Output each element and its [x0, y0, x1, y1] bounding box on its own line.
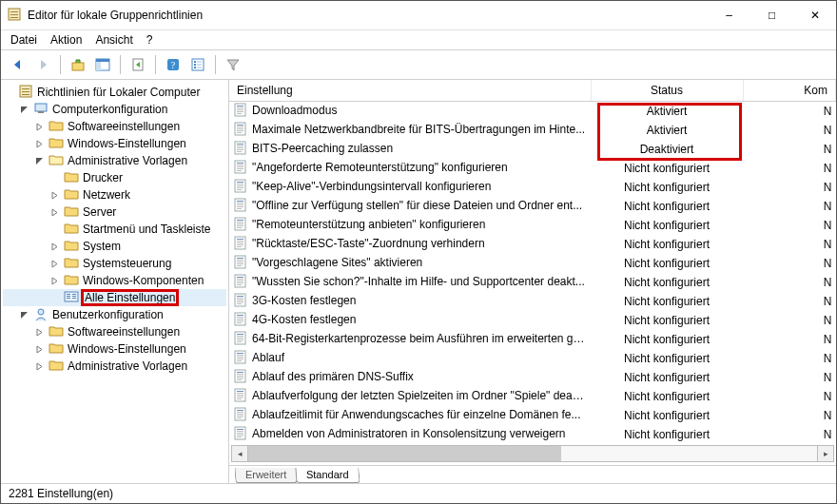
tree-win-components[interactable]: Windows-Komponenten [3, 272, 226, 289]
svg-rect-99 [237, 315, 243, 316]
column-header-status[interactable]: Status [591, 80, 743, 102]
menu-view[interactable]: Ansicht [95, 33, 132, 47]
tree-root-node-icon [18, 84, 33, 102]
list-row[interactable]: "Offline zur Verfügung stellen" für dies… [229, 197, 836, 216]
svg-rect-33 [237, 106, 243, 107]
tree-system[interactable]: System [3, 238, 226, 255]
forward-button[interactable] [31, 53, 54, 76]
list-row[interactable]: Abmelden von Administratoren in Konsolen… [229, 425, 836, 444]
list-row[interactable]: "Keep-Alive"-Verbindungsintervall konfig… [229, 178, 836, 197]
list-row[interactable]: 64-Bit-Registerkartenprozesse beim Ausfü… [229, 330, 836, 349]
tree-printers[interactable]: Drucker [3, 169, 226, 186]
list-row[interactable]: 4G-Kosten festlegenNicht konfiguriertN [229, 311, 836, 330]
help-button[interactable]: ? [162, 53, 185, 76]
tree-server[interactable]: Server [3, 204, 226, 221]
scroll-right-button[interactable]: ▸ [817, 445, 834, 462]
setting-name: BITS-Peercaching zulassen [252, 142, 393, 155]
tree-startmenu[interactable]: Startmenü und Taskleiste [3, 221, 226, 238]
collapse-icon[interactable] [18, 311, 29, 320]
tree-admin-templates-icon [49, 153, 64, 168]
list-row[interactable]: BITS-Peercaching zulassenDeaktiviertN [229, 140, 836, 159]
svg-rect-115 [237, 360, 242, 361]
expand-icon[interactable] [49, 260, 60, 268]
tree-network[interactable]: Netzwerk [3, 186, 226, 204]
expand-icon[interactable] [33, 328, 45, 337]
tree-software-settings[interactable]: Softwareeinstellungen [3, 118, 226, 135]
tree-computer-config[interactable]: Computerkonfiguration [3, 101, 226, 118]
list-row[interactable]: "Remoteunterstützung anbieten" konfiguri… [229, 216, 836, 235]
back-button[interactable] [7, 53, 29, 76]
comment-cell: N [743, 406, 836, 425]
list-row[interactable]: "Angeforderte Remoteunterstützung" konfi… [229, 159, 836, 178]
export-button[interactable] [127, 53, 149, 76]
expand-icon[interactable] [33, 362, 45, 371]
tree-all-settings[interactable]: Alle Einstellungen [3, 289, 226, 306]
tree-all-settings-icon [64, 290, 79, 305]
tree-user-config-icon [33, 306, 49, 324]
tree-root-node[interactable]: Richtlinien für Lokaler Computer [3, 84, 226, 101]
tab-standard[interactable]: Standard [296, 468, 360, 483]
list-row[interactable]: "Rücktaste/ESC-Taste"-Zuordnung verhinde… [229, 235, 836, 254]
policy-item-icon [233, 350, 248, 367]
tree-user-windows-settings[interactable]: Windows-Einstellungen [3, 340, 226, 358]
list-row[interactable]: Ablaufverfolgung der letzten Spielzeiten… [229, 387, 836, 406]
svg-rect-59 [237, 185, 243, 186]
expand-icon[interactable] [49, 208, 60, 217]
expand-icon[interactable] [49, 242, 60, 251]
column-header-comment[interactable]: Kom [743, 80, 836, 102]
tree-user-config-label: Benutzerkonfiguration [52, 308, 164, 321]
list-row[interactable]: AblaufNicht konfiguriertN [229, 349, 836, 368]
expand-icon[interactable] [49, 277, 60, 285]
expand-icon[interactable] [33, 140, 45, 148]
svg-rect-69 [237, 220, 243, 221]
tree-windows-settings[interactable]: Windows-Einstellungen [3, 135, 226, 152]
tree-user-software-settings-icon [49, 324, 64, 339]
svg-rect-96 [237, 301, 243, 302]
list-row[interactable]: Ablauf des primären DNS-SuffixNicht konf… [229, 368, 836, 387]
svg-rect-23 [38, 111, 44, 113]
tree-syscontrol[interactable]: Systemsteuerung [3, 255, 226, 272]
filter-button[interactable] [222, 53, 244, 76]
list-row[interactable]: DownloadmodusAktiviertN [229, 102, 836, 122]
list-row[interactable]: Maximale Netzwerkbandbreite für BITS-Übe… [229, 121, 836, 140]
close-button[interactable]: ✕ [793, 2, 836, 29]
up-button[interactable] [67, 53, 89, 76]
tree-user-admin-templates[interactable]: Administrative Vorlagen [3, 358, 226, 375]
tree-user-admin-templates-icon [49, 359, 64, 374]
policy-item-icon [233, 103, 248, 120]
column-header-setting[interactable]: Einstellung [229, 80, 591, 102]
list-view[interactable]: Einstellung Status Kom DownloadmodusAkti… [229, 80, 836, 444]
svg-rect-130 [237, 412, 243, 413]
tab-extended[interactable]: Erweitert [234, 468, 298, 483]
tree-pane[interactable]: Richtlinien für Lokaler ComputerComputer… [1, 80, 229, 483]
scroll-left-button[interactable]: ◂ [231, 445, 248, 462]
expand-icon[interactable] [33, 345, 45, 354]
maximize-button[interactable]: □ [750, 2, 793, 29]
status-cell: Nicht konfiguriert [591, 254, 743, 273]
collapse-icon[interactable] [18, 106, 29, 114]
tree-user-config[interactable]: Benutzerkonfiguration [3, 306, 226, 323]
setting-cell: Ablaufverfolgung der letzten Spielzeiten… [229, 387, 591, 406]
scroll-thumb[interactable] [248, 446, 561, 461]
properties-button[interactable] [186, 53, 209, 76]
tree-user-software-settings[interactable]: Softwareeinstellungen [3, 323, 226, 340]
expand-icon[interactable] [49, 191, 60, 200]
horizontal-scrollbar[interactable]: ◂ ▸ [231, 446, 834, 461]
svg-rect-15 [197, 61, 202, 63]
expand-icon[interactable] [33, 123, 45, 131]
menu-action[interactable]: Aktion [50, 33, 82, 47]
list-row[interactable]: Ablaufzeitlimit für Anwendungscaches für… [229, 406, 836, 425]
collapse-icon[interactable] [33, 157, 45, 165]
list-row[interactable]: "Vorgeschlagene Sites" aktivierenNicht k… [229, 254, 836, 273]
setting-name: Abmelden von Administratoren in Konsolen… [252, 427, 566, 440]
menu-file[interactable]: Datei [10, 33, 37, 47]
svg-rect-1 [10, 11, 18, 12]
list-row[interactable]: "Wussten Sie schon?"-Inhalte im Hilfe- u… [229, 273, 836, 292]
svg-rect-132 [237, 416, 243, 417]
menu-help[interactable]: ? [146, 33, 153, 47]
setting-name: Ablauf des primären DNS-Suffix [252, 370, 414, 383]
tree-admin-templates[interactable]: Administrative Vorlagen [3, 152, 226, 169]
show-hide-tree-button[interactable] [91, 53, 114, 76]
list-row[interactable]: 3G-Kosten festlegenNicht konfiguriertN [229, 292, 836, 311]
minimize-button[interactable]: – [708, 2, 750, 29]
